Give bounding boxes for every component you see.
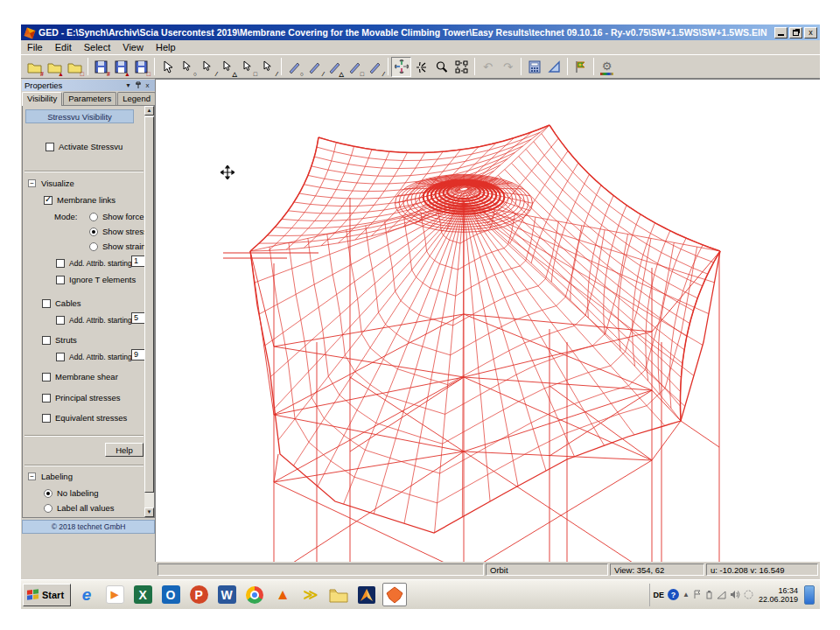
- taskbar-powerpoint[interactable]: P: [186, 583, 211, 606]
- open-geometry-button[interactable]: #: [24, 57, 45, 77]
- taskbar-excel[interactable]: X: [130, 583, 155, 606]
- panel-pin-icon[interactable]: [133, 80, 143, 90]
- checkbox-box[interactable]: [46, 143, 54, 151]
- select-element-button[interactable]: ⁄: [258, 57, 278, 77]
- checkbox-ignore-t[interactable]: Ignore T elements: [56, 274, 136, 285]
- checkbox-box[interactable]: [42, 373, 51, 382]
- open-result-button[interactable]: □: [65, 57, 85, 77]
- open-mesh-button[interactable]: ▲: [45, 57, 65, 77]
- checkbox-struts[interactable]: Struts: [42, 334, 77, 346]
- menu-edit[interactable]: Edit: [49, 41, 78, 53]
- taskbar-word[interactable]: W: [214, 583, 239, 606]
- taskbar-technet-app[interactable]: [354, 583, 379, 606]
- radio-no-labeling[interactable]: No labeling: [44, 487, 99, 499]
- zoom-extents-button[interactable]: [452, 57, 472, 77]
- draw-quad-button[interactable]: □: [345, 57, 365, 77]
- checkbox-cables[interactable]: Cables: [42, 298, 81, 309]
- help-tray-icon[interactable]: ?: [668, 589, 679, 600]
- menu-file[interactable]: File: [21, 41, 49, 53]
- taskbar-internet-explorer[interactable]: e: [74, 583, 99, 606]
- redo-button[interactable]: ↷: [498, 57, 518, 77]
- tab-parameters[interactable]: Parameters: [63, 92, 116, 105]
- radio-show-force[interactable]: Show force: [89, 211, 144, 222]
- checkbox-box[interactable]: [44, 196, 52, 205]
- radio-label-all[interactable]: Label all values: [44, 502, 115, 514]
- select-point-button[interactable]: ○: [178, 57, 198, 77]
- radio-circle[interactable]: [89, 242, 98, 251]
- checkbox-equivalent-stresses[interactable]: Equivalent stresses: [42, 412, 127, 424]
- checkbox-box[interactable]: [42, 414, 51, 423]
- menu-view[interactable]: View: [116, 41, 150, 53]
- radio-circle[interactable]: [44, 504, 52, 513]
- taskbar-outlook[interactable]: O: [158, 583, 183, 606]
- network-tray-icon[interactable]: [717, 591, 726, 599]
- draw-line-button[interactable]: ⁄: [304, 57, 325, 77]
- scroll-up-button[interactable]: ▲: [144, 106, 154, 116]
- radio-circle[interactable]: [89, 228, 98, 236]
- panel-scrollbar[interactable]: ▲ ▼: [144, 106, 154, 517]
- checkbox-activate-stressvu[interactable]: Activate Stressvu: [46, 141, 122, 152]
- draw-point-button[interactable]: ○: [284, 57, 304, 77]
- taskbar-ged-active[interactable]: [382, 583, 407, 606]
- checkbox-box[interactable]: [56, 316, 65, 325]
- orbit-tool-button[interactable]: [391, 57, 411, 77]
- hidden-icons-chevron[interactable]: ▲: [682, 591, 690, 598]
- save-mesh-button[interactable]: ▲: [111, 57, 131, 77]
- taskbar-chrome[interactable]: [242, 583, 267, 606]
- checkbox-box[interactable]: [42, 336, 51, 345]
- viewport-canvas[interactable]: [156, 79, 820, 562]
- checkbox-box[interactable]: [56, 276, 65, 284]
- group-visualize[interactable]: − Visualize: [28, 178, 74, 189]
- menu-help[interactable]: Help: [150, 41, 182, 53]
- zoom-window-button[interactable]: [431, 57, 452, 77]
- save-result-button[interactable]: □: [131, 57, 151, 77]
- show-desktop-button[interactable]: [804, 585, 815, 605]
- taskbar-file-manager[interactable]: [326, 583, 351, 606]
- select-button[interactable]: [158, 57, 178, 77]
- draw-polyline-button[interactable]: ⁄: [365, 57, 385, 77]
- zoom-point-button[interactable]: [411, 57, 431, 77]
- panel-menu-arrow-icon[interactable]: ▾: [123, 80, 133, 90]
- flag-tray-icon[interactable]: [693, 590, 702, 599]
- collapse-icon[interactable]: −: [28, 179, 36, 187]
- calculator-button[interactable]: [524, 57, 544, 77]
- start-button[interactable]: Start: [23, 584, 71, 606]
- measure-button[interactable]: [544, 57, 564, 77]
- help-button[interactable]: Help: [105, 443, 144, 457]
- language-indicator[interactable]: DE: [654, 591, 665, 599]
- radio-circle[interactable]: [44, 489, 52, 498]
- radio-show-stress[interactable]: Show stress: [89, 226, 148, 237]
- checkbox-membrane-links[interactable]: Membrane links: [44, 194, 116, 206]
- tab-legend[interactable]: Legend: [117, 92, 156, 105]
- close-button[interactable]: x: [804, 27, 817, 38]
- tab-visibility[interactable]: Visibility: [22, 92, 62, 106]
- taskbar-vlc[interactable]: ▲: [270, 583, 295, 606]
- checkbox-principal-stresses[interactable]: Principal stresses: [42, 392, 120, 403]
- draw-triangle-button[interactable]: △: [325, 57, 345, 77]
- tray-clock[interactable]: 16:34 22.06.2019: [759, 586, 798, 604]
- save-geometry-button[interactable]: #: [91, 57, 111, 77]
- checkbox-box[interactable]: [56, 353, 65, 361]
- taskbar-media-player[interactable]: ▶: [102, 583, 127, 606]
- radio-circle[interactable]: [89, 213, 98, 221]
- safely-remove-tray-icon[interactable]: [744, 590, 753, 599]
- select-quad-button[interactable]: □: [238, 57, 258, 77]
- group-labeling[interactable]: − Labeling: [28, 471, 73, 482]
- undo-button[interactable]: ↶: [478, 57, 498, 77]
- power-tray-icon[interactable]: [705, 590, 713, 599]
- collapse-icon[interactable]: −: [28, 472, 36, 480]
- volume-tray-icon[interactable]: [730, 590, 740, 599]
- restore-button[interactable]: [789, 27, 802, 38]
- settings-gear-button[interactable]: ⚙: [597, 57, 617, 77]
- taskbar-easy-tool[interactable]: ≫: [298, 583, 323, 606]
- checkbox-box[interactable]: [42, 299, 51, 308]
- menu-select[interactable]: Select: [78, 41, 117, 53]
- select-line-button[interactable]: ⁄: [198, 57, 218, 77]
- select-triangle-button[interactable]: △: [218, 57, 238, 77]
- panel-close-icon[interactable]: x: [143, 80, 152, 90]
- checkbox-box[interactable]: [56, 259, 65, 268]
- scroll-down-button[interactable]: ▼: [144, 508, 154, 517]
- checkbox-box[interactable]: [42, 394, 51, 402]
- scroll-thumb[interactable]: [144, 116, 154, 493]
- checkbox-membrane-shear[interactable]: Membrane shear: [42, 371, 118, 382]
